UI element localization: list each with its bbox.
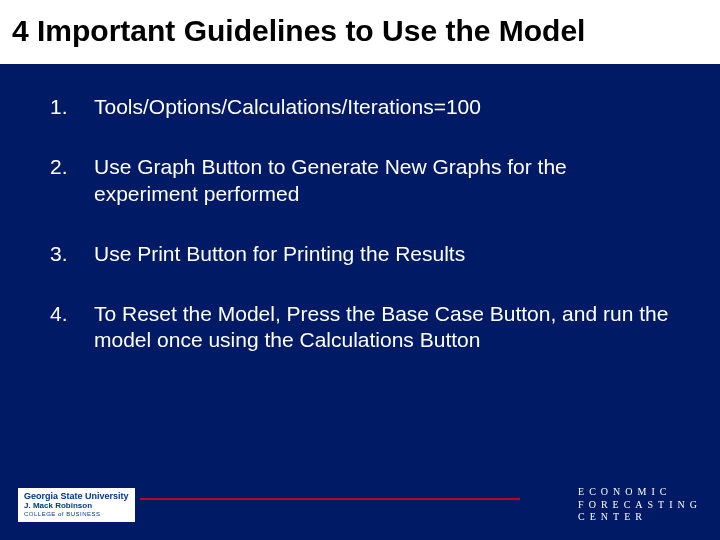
content-area: 1. Tools/Options/Calculations/Iterations… bbox=[0, 64, 720, 354]
list-number: 1. bbox=[50, 94, 94, 120]
footer: Georgia State University J. Mack Robinso… bbox=[0, 476, 720, 540]
list-item: 2. Use Graph Button to Generate New Grap… bbox=[50, 154, 670, 207]
logo-left-line2: J. Mack Robinson bbox=[24, 502, 129, 511]
logo-left-line3: COLLEGE of BUSINESS bbox=[24, 511, 129, 518]
list-item: 4. To Reset the Model, Press the Base Ca… bbox=[50, 301, 670, 354]
logo-right-line2: FORECASTING bbox=[578, 499, 702, 512]
list-number: 3. bbox=[50, 241, 94, 267]
list-number: 4. bbox=[50, 301, 94, 327]
logo-right: ECONOMIC FORECASTING CENTER bbox=[578, 486, 702, 524]
logo-right-line3: CENTER bbox=[578, 511, 702, 524]
list-item: 3. Use Print Button for Printing the Res… bbox=[50, 241, 670, 267]
logo-left: Georgia State University J. Mack Robinso… bbox=[18, 488, 135, 521]
list-text: Use Graph Button to Generate New Graphs … bbox=[94, 154, 670, 207]
list-text: Tools/Options/Calculations/Iterations=10… bbox=[94, 94, 670, 120]
logo-right-line1: ECONOMIC bbox=[578, 486, 702, 499]
slide-title: 4 Important Guidelines to Use the Model bbox=[0, 0, 720, 64]
list-text: Use Print Button for Printing the Result… bbox=[94, 241, 670, 267]
list-item: 1. Tools/Options/Calculations/Iterations… bbox=[50, 94, 670, 120]
slide: 4 Important Guidelines to Use the Model … bbox=[0, 0, 720, 540]
list-number: 2. bbox=[50, 154, 94, 180]
list-text: To Reset the Model, Press the Base Case … bbox=[94, 301, 670, 354]
